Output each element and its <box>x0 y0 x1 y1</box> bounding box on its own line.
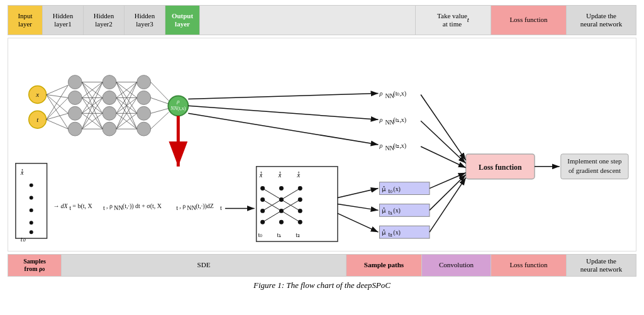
svg-text:ρ: ρ <box>379 116 382 123</box>
figure-container: Inputlayer Hiddenlayer1 Hiddenlayer2 Hid… <box>8 5 636 290</box>
svg-line-113 <box>188 106 378 119</box>
svg-text:NN(t,x): NN(t,x) <box>170 106 186 111</box>
svg-text:dX: dX <box>60 202 68 209</box>
header-spacer <box>200 6 416 35</box>
svg-point-10 <box>68 122 82 136</box>
svg-rect-132 <box>379 226 430 238</box>
svg-point-12 <box>103 91 116 105</box>
svg-text:t: t <box>176 204 178 211</box>
svg-text:NN: NN <box>114 204 123 211</box>
svg-text:ρ: ρ <box>176 98 180 104</box>
svg-text:t₁: t₁ <box>388 209 392 216</box>
svg-text:t₁: t₁ <box>277 231 281 238</box>
svg-point-13 <box>103 106 116 120</box>
svg-text:μ̂: μ̂ <box>382 229 386 236</box>
svg-line-63 <box>151 97 169 104</box>
header-bar: Inputlayer Hiddenlayer1 Hiddenlayer2 Hid… <box>8 5 636 35</box>
svg-line-62 <box>151 82 169 101</box>
svg-text:(t₂,x): (t₂,x) <box>393 142 406 150</box>
svg-text:x: x <box>35 91 39 98</box>
svg-rect-128 <box>379 204 430 216</box>
svg-point-8 <box>68 91 82 105</box>
svg-line-114 <box>188 113 378 145</box>
header-output: Outputlayer <box>165 6 200 35</box>
svg-line-64 <box>151 108 169 113</box>
svg-text:Loss function: Loss function <box>479 163 522 172</box>
footer-bar: Samplesfrom ρ₀ SDE Sample paths Convolut… <box>8 254 636 277</box>
svg-rect-124 <box>379 182 430 195</box>
svg-point-73 <box>30 221 33 224</box>
header-takeval: Take valueat time t <box>416 6 491 35</box>
svg-text:t: t <box>103 204 105 211</box>
footer-sde: SDE <box>62 255 347 276</box>
header-update: Update theneural network <box>567 6 636 35</box>
svg-text:t₀: t₀ <box>258 231 263 238</box>
svg-point-14 <box>103 122 116 136</box>
svg-point-97 <box>260 186 265 191</box>
svg-text:→: → <box>53 202 60 209</box>
svg-text:ρ: ρ <box>379 90 382 97</box>
svg-point-18 <box>137 122 151 136</box>
svg-text:t: t <box>69 204 71 211</box>
svg-line-25 <box>47 94 69 129</box>
svg-text:, ρ: , ρ <box>179 202 186 209</box>
svg-point-104 <box>279 220 284 224</box>
svg-text:NN: NN <box>187 204 196 211</box>
svg-point-17 <box>137 106 151 120</box>
svg-point-72 <box>30 208 33 212</box>
svg-text:μ̂: μ̂ <box>382 207 386 214</box>
svg-text:t₂: t₂ <box>388 231 392 238</box>
svg-line-29 <box>47 119 69 129</box>
svg-point-16 <box>137 91 151 105</box>
svg-text:↑: ↑ <box>278 169 281 177</box>
svg-text:= b(t, X: = b(t, X <box>72 202 92 210</box>
header-hidden2: Hiddenlayer2 <box>84 6 125 35</box>
svg-text:(t,·)) dt + σ(t, X: (t,·)) dt + σ(t, X <box>123 202 162 210</box>
svg-point-7 <box>68 75 82 89</box>
svg-point-105 <box>298 186 303 191</box>
svg-text:t₀: t₀ <box>388 187 392 194</box>
svg-text:t₂: t₂ <box>296 231 300 238</box>
svg-text:(t,·))dZ: (t,·))dZ <box>196 202 214 210</box>
svg-text:Implement one step: Implement one step <box>567 157 622 165</box>
svg-point-15 <box>137 75 151 89</box>
main-diagram: x t ρ NN(t,x) <box>8 38 636 251</box>
footer-loss: Loss function <box>491 255 567 276</box>
svg-point-71 <box>30 196 33 200</box>
svg-text:t: t <box>220 204 222 211</box>
footer-update: Update theneural network <box>567 255 636 276</box>
svg-text:ρ: ρ <box>379 142 382 149</box>
header-input: Inputlayer <box>8 6 43 35</box>
svg-text:of gradient descent: of gradient descent <box>569 167 621 174</box>
svg-line-112 <box>188 93 378 99</box>
svg-text:↑: ↑ <box>260 169 263 177</box>
svg-text:(x): (x) <box>393 185 401 193</box>
svg-point-9 <box>68 106 82 120</box>
svg-line-22 <box>47 86 69 95</box>
footer-paths: Sample paths <box>347 255 422 276</box>
svg-point-70 <box>30 184 33 187</box>
svg-line-138 <box>338 213 379 232</box>
svg-line-136 <box>338 189 379 198</box>
figure-caption: Figure 1: The flow chart of the deepSPoC <box>8 280 636 290</box>
svg-line-137 <box>338 204 379 210</box>
svg-text:↑: ↑ <box>21 167 24 174</box>
header-loss: Loss function <box>491 6 567 35</box>
header-hidden3: Hiddenlayer3 <box>125 6 165 35</box>
footer-samples: Samplesfrom ρ₀ <box>8 255 62 276</box>
header-hidden1: Hiddenlayer1 <box>43 6 84 35</box>
svg-text:μ̂: μ̂ <box>382 185 386 192</box>
svg-point-74 <box>30 230 33 234</box>
svg-text:t₀: t₀ <box>21 235 26 243</box>
footer-conv: Convolution <box>422 255 491 276</box>
svg-text:↑: ↑ <box>297 169 300 177</box>
svg-text:(x): (x) <box>393 207 401 214</box>
svg-text:(t₀,x): (t₀,x) <box>393 90 406 97</box>
svg-text:, ρ: , ρ <box>106 202 113 209</box>
svg-text:(x): (x) <box>393 229 401 236</box>
svg-point-101 <box>279 186 284 191</box>
svg-text:(t₁,x): (t₁,x) <box>393 116 406 124</box>
svg-point-11 <box>103 75 116 89</box>
svg-line-65 <box>151 112 169 129</box>
